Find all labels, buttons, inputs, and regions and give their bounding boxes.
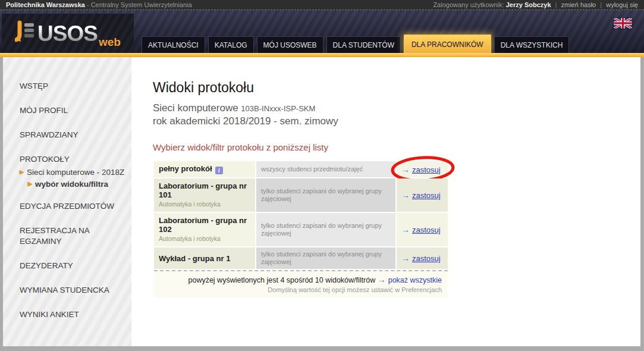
view-action-cell: →zastosuj	[397, 213, 448, 246]
footer-summary: powyżej wyświetlonych jest 4 spośród 10 …	[188, 276, 375, 284]
logo-usos-text: USOS	[37, 23, 98, 45]
usos-arrow-icon	[15, 20, 35, 46]
apply-link[interactable]: zastosuj	[412, 254, 441, 263]
view-name: Laboratorium - grupa nr 102	[159, 216, 247, 234]
subitem-label: Sieci komputerowe - 2018Z	[27, 168, 124, 177]
view-name-cell: Wykład - grupa nr 1	[154, 247, 255, 269]
sidebar-menu: WSTĘP MÓJ PROFIL SPRAWDZIANY PROTOKOŁY ▶…	[3, 57, 131, 346]
info-icon[interactable]: i	[215, 167, 223, 174]
tab-dla-wszystkich[interactable]: DLA WSZYSTKICH	[494, 36, 570, 53]
accent-bar	[0, 53, 644, 57]
tab-dla-studentow[interactable]: DLA STUDENTÓW	[326, 36, 401, 53]
sidebar-item-rejestracja-na-egzaminy[interactable]: REJESTRACJA NA EGZAMINY	[20, 225, 122, 247]
sidebar-item-dezyderaty[interactable]: DEZYDERATY	[20, 261, 122, 271]
table-footer-cell: powyżej wyświetlonych jest 4 spośród 10 …	[154, 270, 448, 297]
subitem-label: wybór widoku/filtra	[35, 180, 108, 189]
logout-link[interactable]: wyloguj się	[606, 1, 638, 8]
view-desc-cell: tylko studenci zapisani do wybranej grup…	[256, 247, 395, 269]
table-row: Laboratorium - grupa nr 101 Automatyka i…	[154, 178, 448, 212]
view-action-cell: →zastosuj	[397, 178, 448, 212]
top-bar: Politechnika Warszawska - Centralny Syst…	[0, 0, 644, 10]
view-action-cell: →zastosuj	[397, 161, 448, 177]
table-footer-row: powyżej wyświetlonych jest 4 spośród 10 …	[154, 270, 448, 297]
view-name: pełny protokół	[159, 164, 212, 173]
sidebar-subitem-wybor-widoku[interactable]: ▶ wybór widoku/filtra	[28, 180, 135, 189]
show-all-link[interactable]: pokaż wszystkie	[388, 276, 442, 284]
apply-arrow-icon: →	[401, 253, 410, 263]
term-subtitle: rok akademicki 2018/2019 - sem. zimowy	[153, 115, 640, 127]
university-name: Politechnika Warszawska	[6, 1, 85, 8]
table-row: Wykład - grupa nr 1 tylko studenci zapis…	[154, 247, 448, 269]
sidebar-item-sprawdziany[interactable]: SPRAWDZIANY	[20, 130, 122, 140]
logo-web-text: web	[99, 36, 121, 49]
apply-arrow-icon: →	[401, 225, 410, 234]
sidebar-item-wyniki-ankiet[interactable]: WYNIKI ANKIET	[20, 309, 122, 320]
apply-arrow-icon: →	[401, 190, 410, 200]
system-brand: Politechnika Warszawska - Centralny Syst…	[6, 1, 192, 8]
view-name-cell: pełny protokółi	[154, 161, 255, 177]
course-name: Sieci komputerowe	[153, 102, 238, 114]
change-password-link[interactable]: zmień hasło	[561, 1, 596, 8]
page-title: Widoki protokołu	[153, 80, 640, 96]
view-name-cell: Laboratorium - grupa nr 102 Automatyka i…	[154, 213, 255, 246]
user-session-area: Zalogowany użytkownik: Jerzy Sobczyk | z…	[433, 1, 638, 8]
apply-link[interactable]: zastosuj	[412, 165, 441, 174]
view-action-cell: →zastosuj	[397, 247, 448, 269]
user-name: Jerzy Sobczyk	[506, 1, 551, 8]
separator: |	[555, 1, 557, 8]
view-name-cell: Laboratorium - grupa nr 101 Automatyka i…	[154, 178, 255, 212]
show-all-arrow-icon: →	[378, 275, 386, 284]
usosweb-logo[interactable]: USOS web	[2, 14, 134, 53]
view-desc-cell: wszyscy studenci przedmiotu/zajęć	[256, 161, 395, 177]
view-desc-cell: tylko studenci zapisani do wybranej grup…	[256, 178, 395, 212]
sidebar-subitem-sieci-komputerowe[interactable]: ▶ Sieci komputerowe - 2018Z	[20, 168, 127, 177]
tree-arrow-icon: ▶	[20, 168, 24, 177]
tab-katalog[interactable]: KATALOG	[208, 36, 254, 53]
tab-dla-pracownikow[interactable]: DLA PRACOWNIKÓW	[404, 35, 491, 53]
logged-in-label: Zalogowany użytkownik:	[433, 1, 504, 8]
view-subname: Automatyka i robotyka	[159, 234, 250, 243]
sidebar-item-protokoly[interactable]: PROTOKOŁY	[20, 154, 122, 165]
protocol-views-table: pełny protokółi wszyscy studenci przedmi…	[153, 160, 449, 299]
tree-arrow-icon: ▶	[28, 180, 32, 189]
sidebar-item-wstep[interactable]: WSTĘP	[20, 81, 122, 92]
main-content: Widoki protokołu Sieci komputerowe 103B-…	[131, 57, 640, 346]
view-name: Laboratorium - grupa nr 101	[159, 181, 247, 199]
apply-link[interactable]: zastosuj	[412, 225, 441, 234]
header-band: USOS web AKTUALNOŚCI KATALOG MÓJ USOSWEB…	[0, 10, 644, 53]
english-flag-icon[interactable]	[614, 18, 632, 29]
protokoly-subtree: ▶ Sieci komputerowe - 2018Z ▶ wybór wido…	[20, 168, 131, 189]
view-desc-cell: tylko studenci zapisani do wybranej grup…	[256, 213, 395, 246]
separator: |	[600, 1, 602, 8]
sidebar-item-edycja-przedmiotow[interactable]: EDYCJA PRZEDMIOTÓW	[20, 201, 122, 212]
view-subname: Automatyka i robotyka	[159, 200, 250, 209]
table-row: Laboratorium - grupa nr 102 Automatyka i…	[154, 213, 448, 246]
apply-arrow-icon: →	[401, 165, 410, 174]
course-code: 103B-INxxx-ISP-SKM	[241, 104, 315, 113]
main-nav-tabs: AKTUALNOŚCI KATALOG MÓJ USOSWEB DLA STUD…	[142, 35, 569, 53]
system-name: - Centralny System Uwierzytelniania	[87, 1, 192, 8]
tab-aktualnosci[interactable]: AKTUALNOŚCI	[142, 36, 205, 53]
tab-moj-usosweb[interactable]: MÓJ USOSWEB	[257, 36, 323, 53]
view-name: Wykład - grupa nr 1	[159, 254, 230, 263]
apply-link[interactable]: zastosuj	[412, 191, 441, 200]
sidebar-item-moj-profil[interactable]: MÓJ PROFIL	[20, 105, 122, 116]
sidebar-item-wymiana-studencka[interactable]: WYMIANA STUDENCKA	[20, 285, 122, 296]
page-body: WSTĘP MÓJ PROFIL SPRAWDZIANY PROTOKOŁY ▶…	[3, 57, 640, 346]
table-row: pełny protokółi wszyscy studenci przedmi…	[154, 161, 448, 177]
footer-note: Domyślną wartość tej opcji możesz ustawi…	[160, 286, 442, 293]
course-subtitle: Sieci komputerowe 103B-INxxx-ISP-SKM	[153, 102, 640, 115]
section-heading: Wybierz widok/filtr protokołu z poniższe…	[153, 142, 640, 152]
